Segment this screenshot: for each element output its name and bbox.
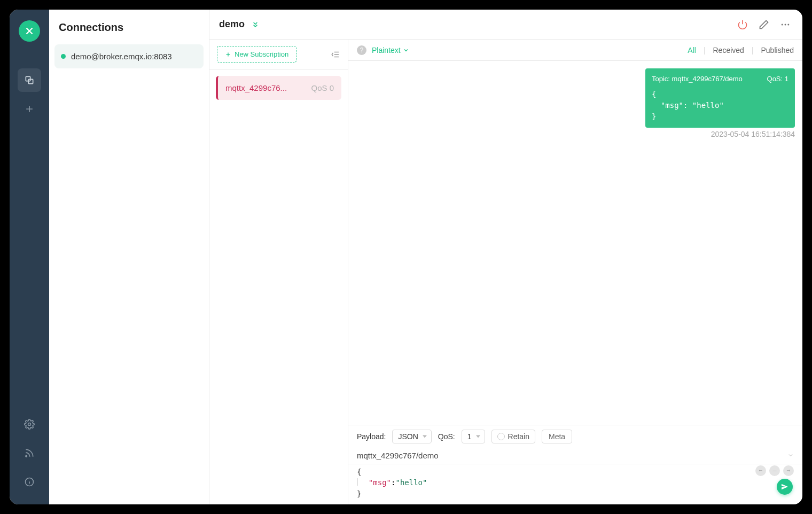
message-filter-tabs: All | Received | Published (688, 46, 794, 54)
payload-format-selector[interactable]: Plaintext (372, 46, 409, 54)
text-cursor (357, 478, 357, 486)
publish-payload-editor[interactable]: ← – → { "msg" : "hello" } (348, 464, 802, 504)
retain-toggle[interactable]: Retain (491, 430, 535, 443)
publish-topic-input[interactable]: mqttx_4299c767/demo (357, 451, 439, 460)
app-logo (19, 20, 40, 42)
subscriptions-toolbar: New Subscription (209, 40, 348, 69)
subscription-topic: mqttx_4299c76... (225, 83, 307, 92)
publish-topic-row: mqttx_4299c767/demo (348, 448, 802, 464)
history-prev-icon[interactable]: ← (755, 465, 766, 476)
message-item: Topic: mqttx_4299c767/demo QoS: 1 { "msg… (645, 68, 795, 138)
expand-down-icon[interactable] (251, 20, 260, 29)
meta-button[interactable]: Meta (542, 430, 572, 443)
payload-format-label: Plaintext (372, 46, 401, 54)
send-button[interactable] (777, 479, 793, 495)
connection-name: demo (219, 19, 245, 30)
help-icon[interactable]: ? (357, 45, 366, 55)
filter-tab-published[interactable]: Published (761, 46, 794, 54)
history-next-icon[interactable]: → (783, 465, 794, 476)
radio-icon (497, 433, 505, 440)
nav-info-icon[interactable] (18, 470, 41, 494)
connection-label: demo@broker.emqx.io:8083 (71, 52, 172, 61)
qos-select[interactable]: 1 (462, 430, 485, 443)
qos-label: QoS: (438, 432, 455, 441)
connections-panel: Connections demo@broker.emqx.io:8083 (49, 10, 209, 504)
svg-point-6 (785, 24, 786, 25)
edit-icon[interactable] (756, 17, 771, 32)
svg-point-2 (28, 423, 31, 426)
new-subscription-label: New Subscription (235, 50, 288, 58)
svg-point-5 (782, 24, 783, 25)
history-clear-icon[interactable]: – (769, 465, 780, 476)
filter-tab-all[interactable]: All (688, 46, 696, 54)
status-online-icon (61, 54, 66, 59)
payload-format-select[interactable]: JSON (392, 430, 431, 443)
more-icon[interactable] (778, 17, 793, 32)
message-bubble: Topic: mqttx_4299c767/demo QoS: 1 { "msg… (645, 68, 795, 128)
publish-options-row: Payload: JSON QoS: 1 Retain Meta (348, 425, 802, 448)
collapse-subs-icon[interactable] (331, 50, 340, 59)
detail-header: demo (209, 10, 802, 40)
message-payload-line: { (652, 89, 788, 100)
svg-point-3 (26, 456, 27, 457)
message-payload-line: } (652, 111, 788, 122)
message-filter-row: ? Plaintext All | Received | Published (348, 40, 802, 61)
filter-tab-received[interactable]: Received (713, 46, 744, 54)
disconnect-icon[interactable] (735, 17, 750, 32)
nav-feed-icon[interactable] (18, 441, 41, 465)
subscription-qos: QoS 0 (311, 83, 334, 92)
nav-add-icon[interactable] (18, 97, 41, 121)
message-qos: QoS: 1 (767, 74, 788, 84)
detail-area: demo New Subscription (209, 10, 802, 504)
nav-settings-icon[interactable] (18, 412, 41, 436)
connection-item[interactable]: demo@broker.emqx.io:8083 (54, 44, 204, 68)
nav-connections-icon[interactable] (18, 68, 41, 92)
subscriptions-panel: New Subscription mqttx_4299c76... QoS 0 (209, 40, 348, 504)
message-timestamp: 2023-05-04 16:51:14:384 (645, 130, 795, 138)
message-topic: Topic: mqttx_4299c767/demo (652, 74, 743, 84)
connections-title: Connections (49, 10, 209, 44)
chevron-down-icon[interactable] (787, 451, 794, 461)
main-column: ? Plaintext All | Received | Published (348, 40, 802, 504)
new-subscription-button[interactable]: New Subscription (217, 46, 296, 63)
payload-label: Payload: (357, 432, 386, 441)
message-payload-line: "msg": "hello" (652, 100, 788, 111)
nav-iconbar (10, 10, 49, 504)
message-list: Topic: mqttx_4299c767/demo QoS: 1 { "msg… (348, 61, 802, 425)
subscription-item[interactable]: mqttx_4299c76... QoS 0 (216, 76, 341, 100)
publish-panel: Payload: JSON QoS: 1 Retain Meta mqttx_4… (348, 425, 802, 504)
retain-label: Retain (508, 432, 529, 441)
svg-point-7 (787, 24, 789, 25)
